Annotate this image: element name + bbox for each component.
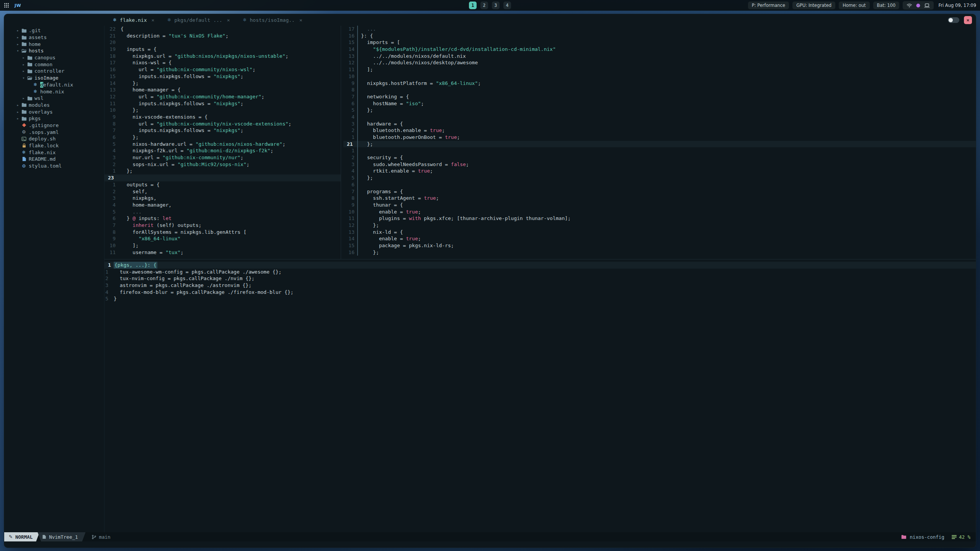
code-line[interactable]: 18 nixpkgs.url = "github:nixos/nixpkgs/n… [105, 53, 341, 60]
window-toggle[interactable] [948, 17, 959, 23]
code-line[interactable]: 1 tux-awesome-wm-config = pkgs.callPacka… [105, 269, 976, 276]
chevron-right-icon[interactable]: ▸ [21, 62, 26, 67]
chevron-right-icon[interactable]: ▸ [21, 96, 26, 100]
code-line[interactable]: 3 nur.url = "github:nix-community/nur"; [105, 154, 341, 161]
code-line[interactable]: 7 networking = { [343, 93, 976, 100]
apps-grid-icon[interactable] [4, 3, 9, 8]
code-line[interactable]: 10 }; [105, 107, 341, 114]
code-line[interactable]: 2 security = { [343, 154, 976, 161]
chevron-right-icon[interactable]: ▸ [15, 103, 21, 107]
code-line[interactable]: 13 ../../modules/nixos/default.nix [343, 53, 976, 60]
code-line[interactable]: 3 nixpkgs, [105, 195, 341, 202]
code-line[interactable]: 22{ [105, 26, 341, 33]
code-line[interactable]: 5 }; [343, 107, 976, 114]
workspace-button-4[interactable]: 4 [503, 2, 511, 9]
code-line[interactable]: 6 hostName = "iso"; [343, 100, 976, 107]
tree-item-modules[interactable]: ▸modules [4, 102, 104, 109]
tab-close-button[interactable]: × [227, 17, 230, 23]
chevron-down-icon[interactable]: ▾ [15, 49, 21, 53]
code-line[interactable]: 12 ../../modules/nixos/desktop/awesome [343, 59, 976, 66]
code-line[interactable]: 7 programs = { [343, 188, 976, 195]
window-close-button[interactable]: × [964, 16, 972, 24]
tree-item-common[interactable]: ▸common [4, 61, 104, 68]
code-line[interactable]: 4 rtkit.enable = true; [343, 168, 976, 174]
code-line[interactable]: 11 ]; [343, 66, 976, 73]
code-line[interactable]: 9 "x86_64-linux" [105, 235, 341, 242]
code-line[interactable]: 14 enable = true; [343, 235, 976, 242]
code-line[interactable]: 7 inputs.nixpkgs.follows = "nixpkgs"; [105, 127, 341, 134]
code-line[interactable]: 2 tux-nvim-config = pkgs.callPackage ./n… [105, 275, 976, 282]
code-line[interactable]: 6 } @ inputs: let [105, 215, 341, 222]
code-line[interactable]: 3 astronvim = pkgs.callPackage ./astronv… [105, 282, 976, 289]
code-line[interactable]: 15 inputs.nixpkgs.follows = "nixpkgs"; [105, 73, 341, 80]
code-line[interactable]: 9 nix-vscode-extensions = { [105, 114, 341, 121]
code-line[interactable]: 9 nixpkgs.hostPlatform = "x86_64-linux"; [343, 80, 976, 87]
tree-item-hosts[interactable]: ▾hosts [4, 47, 104, 54]
code-line[interactable]: 11 inputs.nixpkgs.follows = "nixpkgs"; [105, 100, 341, 107]
workspace-button-2[interactable]: 2 [480, 2, 488, 9]
code-line[interactable]: 1 bluetooth.powerOnBoot = true; [343, 134, 976, 141]
code-line[interactable]: 2 self, [105, 188, 341, 195]
tree-item-sops-yaml[interactable]: ⚙.sops.yaml [4, 129, 104, 135]
tree-item-default-nix[interactable]: ❄default.nix [4, 82, 104, 88]
code-line[interactable]: 10 ]; [105, 242, 341, 249]
workspace-button-3[interactable]: 3 [492, 2, 500, 9]
tree-item-home-nix[interactable]: ❄home.nix [4, 88, 104, 95]
code-line[interactable]: 4 nixpkgs-f2k.url = "github:moni-dz/nixp… [105, 147, 341, 154]
code-line[interactable]: 4 firefox-mod-blur = pkgs.callPackage ./… [105, 289, 976, 296]
tree-item-stylua-toml[interactable]: ⚙stylua.toml [4, 163, 104, 170]
tree-item-isoimage[interactable]: ▾isoImage [4, 75, 104, 82]
editor-tab[interactable]: ❄hosts/isoImag..× [239, 14, 306, 26]
code-line[interactable]: 2 bluetooth.enable = true; [343, 127, 976, 134]
code-line[interactable]: 8 [343, 86, 976, 93]
tree-item-readme-md[interactable]: README.md [4, 156, 104, 163]
chevron-right-icon[interactable]: ▸ [15, 42, 21, 46]
code-line[interactable]: 2 sops-nix.url = "github:Mic92/sops-nix"… [105, 161, 341, 168]
tree-item-overlays[interactable]: ▸overlays [4, 108, 104, 115]
code-line[interactable]: 17 nixos-wsl = { [105, 59, 341, 66]
code-line[interactable]: 5} [105, 295, 976, 302]
tree-item-canopus[interactable]: ▸canopus [4, 54, 104, 61]
code-line[interactable]: 16 url = "github:nix-community/nixos-wsl… [105, 66, 341, 73]
code-line[interactable]: 14 "${modulesPath}/installer/cd-dvd/inst… [343, 46, 976, 53]
tree-item-git[interactable]: ▸.git [4, 27, 104, 34]
code-line[interactable]: 10 [343, 73, 976, 80]
code-line[interactable]: 5 }; [343, 174, 976, 181]
code-line[interactable]: 13 nix-ld = { [343, 229, 976, 236]
code-line[interactable]: 21 }; [343, 141, 976, 148]
code-line[interactable]: 16 }; [343, 249, 976, 256]
editor-tab[interactable]: ❄pkgs/default ...× [163, 14, 234, 26]
code-line[interactable]: 21 description = "tux's NixOS Flake"; [105, 33, 341, 39]
code-line[interactable]: 15 imports = [ [343, 39, 976, 46]
tab-close-button[interactable]: × [299, 17, 302, 23]
code-line[interactable]: 19 inputs = { [105, 46, 341, 53]
code-line[interactable]: 1 [343, 147, 976, 154]
code-line[interactable]: 7 inherit (self) outputs; [105, 222, 341, 229]
tab-close-button[interactable]: × [152, 17, 155, 23]
chevron-down-icon[interactable]: ▾ [21, 76, 26, 80]
chevron-right-icon[interactable]: ▸ [21, 55, 26, 60]
code-line[interactable]: 10 enable = true; [343, 209, 976, 215]
code-line[interactable]: 4 [343, 114, 976, 121]
code-line[interactable]: 8 forAllSystems = nixpkgs.lib.genAttrs [ [105, 229, 341, 236]
code-line[interactable]: 23 [105, 174, 341, 181]
code-line[interactable]: 13 home-manager = { [105, 86, 341, 93]
tree-item-flake-nix[interactable]: ❄flake.nix [4, 149, 104, 156]
code-line[interactable]: 20 [105, 39, 341, 46]
code-line[interactable]: 5 nixos-hardware.url = "github:nixos/nix… [105, 141, 341, 148]
code-line[interactable]: 12 }; [343, 222, 976, 229]
code-line[interactable]: 1 }; [105, 168, 341, 174]
code-line[interactable]: 11 plugins = with pkgs.xfce; [thunar-arc… [343, 215, 976, 222]
code-line[interactable]: 6 [343, 181, 976, 188]
tree-item-deploy-sh[interactable]: deploy.sh [4, 135, 104, 142]
tree-item-home[interactable]: ▸home [4, 41, 104, 47]
code-line[interactable]: 1{pkgs, ...}: { [105, 262, 976, 269]
code-line[interactable]: 1 outputs = { [105, 181, 341, 188]
tree-item-gitignore[interactable]: .gitignore [4, 122, 104, 129]
code-line[interactable]: 3 sudo.wheelNeedsPassword = false; [343, 161, 976, 168]
code-line[interactable]: 6 }; [105, 134, 341, 141]
code-line[interactable]: 4 home-manager, [105, 202, 341, 209]
tree-item-controller[interactable]: ▸controller [4, 68, 104, 75]
tree-item-wsl[interactable]: ▸wsl [4, 95, 104, 102]
editor-tab[interactable]: ❄flake.nix× [109, 14, 158, 26]
